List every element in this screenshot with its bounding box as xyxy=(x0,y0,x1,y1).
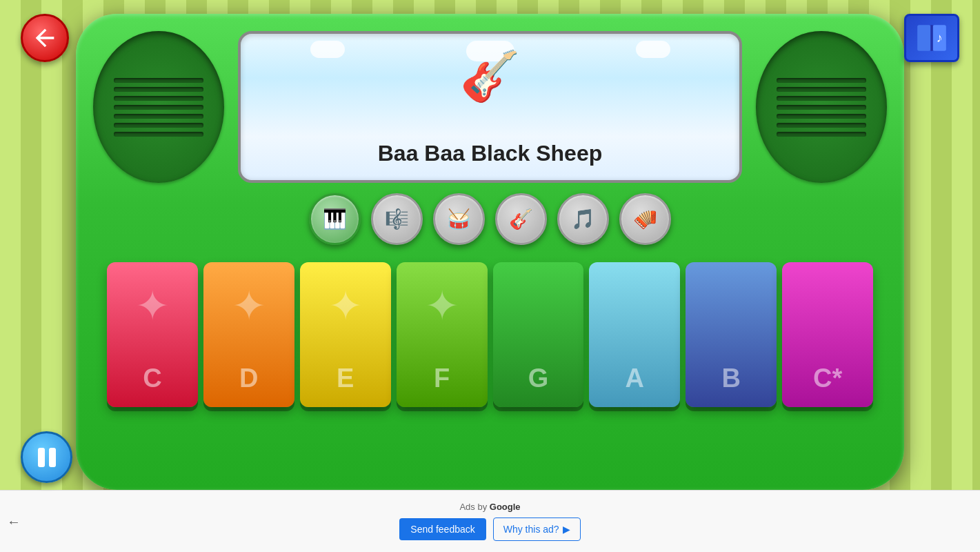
back-button[interactable] xyxy=(21,14,69,62)
why-ad-icon: ▶ xyxy=(563,524,570,535)
ads-by-text: Ads by xyxy=(459,502,487,512)
key-a-label: A xyxy=(626,364,644,393)
key-cstar-label: C* xyxy=(813,364,842,393)
key-d-label: D xyxy=(239,364,258,393)
key-g-label: G xyxy=(528,364,549,393)
ads-label: Ads by Google xyxy=(459,502,520,512)
key-cstar[interactable]: C* xyxy=(782,262,873,407)
guitar-image: 🎸 xyxy=(460,48,520,104)
key-c[interactable]: C xyxy=(107,262,198,407)
piano-panel: 🎸 Baa Baa Black Sheep 🎹 🎼 🥁 🎸 🎵 🪗 C D xyxy=(76,14,904,490)
instrument-recorder[interactable]: 🎵 xyxy=(557,193,609,245)
google-label: Google xyxy=(490,502,521,512)
key-b[interactable]: B xyxy=(686,262,777,407)
top-section: 🎸 Baa Baa Black Sheep xyxy=(93,31,887,183)
song-title: Baa Baa Black Sheep xyxy=(378,141,603,166)
pause-bar-right xyxy=(49,448,56,467)
svg-rect-0 xyxy=(917,25,930,51)
key-d[interactable]: D xyxy=(203,262,294,407)
right-speaker xyxy=(756,31,887,183)
instrument-xylophone[interactable]: 🎼 xyxy=(371,193,423,245)
book-button[interactable]: ♪ xyxy=(904,14,959,62)
back-arrow-icon xyxy=(31,24,59,52)
pause-bar-left xyxy=(38,448,45,467)
left-speaker xyxy=(93,31,224,183)
pause-icon xyxy=(38,448,56,467)
book-icon: ♪ xyxy=(914,21,949,55)
svg-rect-2 xyxy=(930,25,932,51)
nav-back-arrow[interactable]: ← xyxy=(7,513,21,529)
instrument-piano[interactable]: 🎹 xyxy=(309,193,361,245)
key-g[interactable]: G xyxy=(493,262,584,407)
cloud-3 xyxy=(636,41,670,58)
key-e[interactable]: E xyxy=(300,262,391,407)
key-f-label: F xyxy=(434,364,450,393)
key-f[interactable]: F xyxy=(397,262,488,407)
key-e-label: E xyxy=(337,364,354,393)
cloud-1 xyxy=(310,41,345,58)
ad-bar: ← Ads by Google Send feedback Why this a… xyxy=(0,490,980,552)
key-b-label: B xyxy=(721,364,740,393)
piano-keys: C D E F G A B C* xyxy=(93,255,887,411)
key-c-label: C xyxy=(143,364,161,393)
why-ad-button[interactable]: Why this ad? ▶ xyxy=(493,518,581,541)
pause-button[interactable] xyxy=(21,431,72,483)
why-ad-label: Why this ad? xyxy=(503,524,559,535)
instrument-selector: 🎹 🎼 🥁 🎸 🎵 🪗 xyxy=(309,193,671,245)
display-screen: 🎸 Baa Baa Black Sheep xyxy=(238,31,742,183)
ad-actions: Send feedback Why this ad? ▶ xyxy=(399,518,580,541)
instrument-accordion[interactable]: 🪗 xyxy=(619,193,671,245)
key-a[interactable]: A xyxy=(589,262,680,407)
instrument-guitar[interactable]: 🎸 xyxy=(495,193,547,245)
send-feedback-button[interactable]: Send feedback xyxy=(399,518,486,540)
instrument-drum[interactable]: 🥁 xyxy=(433,193,485,245)
svg-text:♪: ♪ xyxy=(937,30,943,45)
